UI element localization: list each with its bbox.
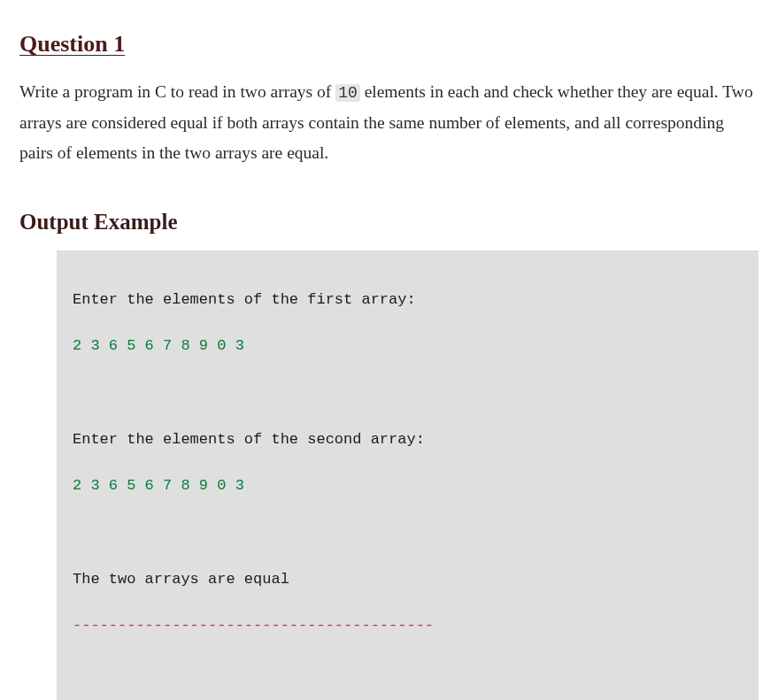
output-blank [73,521,743,544]
output-blank [73,381,743,404]
question-heading: Question 1 [19,27,759,61]
question-prompt: Write a program in C to read in two arra… [19,77,759,168]
output-input-line: 2 3 6 5 6 7 8 9 0 3 [73,474,743,497]
output-separator: ---------------------------------------- [73,614,743,637]
output-example-heading: Output Example [19,205,759,239]
prompt-before: Write a program in C to read in two arra… [19,82,335,101]
output-line: Enter the elements of the second array: [73,428,743,451]
output-blank [73,661,743,684]
output-example-block: Enter the elements of the first array: 2… [57,250,759,700]
inline-code-literal: 10 [335,84,360,102]
output-result-line: The two arrays are equal [73,568,743,591]
output-input-line: 2 3 6 5 6 7 8 9 0 3 [73,335,743,358]
output-line: Enter the elements of the first array: [73,288,743,312]
